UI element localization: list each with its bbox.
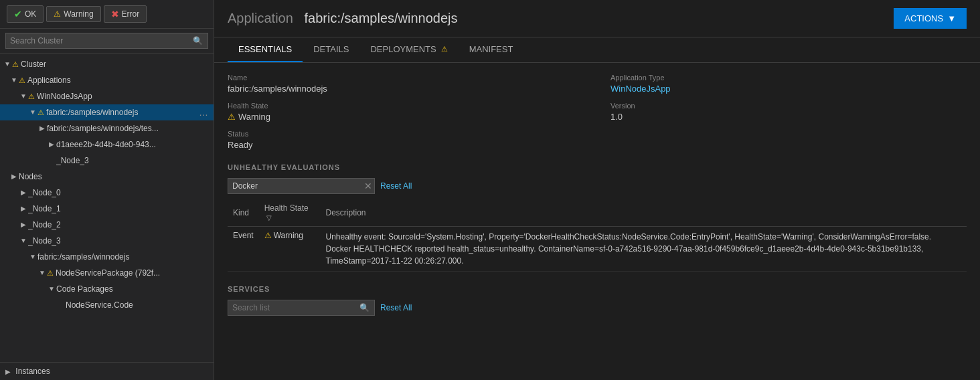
tab-manifest-label: MANIFEST (469, 44, 513, 54)
tab-deployments[interactable]: DEPLOYMENTS ⚠ (359, 37, 458, 62)
error-button[interactable]: ✖ Error (104, 5, 147, 23)
ok-label: OK (25, 9, 36, 19)
search-list-wrap: 🔍 (228, 300, 375, 316)
row-desc-2: Docker HEALTHCHECK reported health_statu… (326, 243, 962, 267)
deployments-warn-icon: ⚠ (441, 45, 448, 54)
error-icon: ✖ (111, 9, 119, 19)
row-desc: Unhealthy event: SourceId='System.Hostin… (321, 227, 967, 272)
node3-app-expander: ▼ (28, 250, 37, 264)
node0-expander: ▶ (19, 186, 28, 199)
node1-label: _Node_1 (28, 202, 61, 215)
health-filter-icon[interactable]: ▽ (266, 214, 272, 221)
content-area: Name fabric:/samples/winnodejs Applicati… (214, 63, 980, 380)
warning-label: Warning (64, 9, 93, 19)
title-value: fabric:/samples/winnodejs (305, 11, 458, 25)
name-value: fabric:/samples/winnodejs (228, 84, 584, 94)
health-value: ⚠ Warning (228, 112, 584, 122)
unhealthy-reset-all[interactable]: Reset All (380, 181, 412, 191)
fabric-winnodejs-warn-icon: ⚠ (37, 106, 44, 119)
version-value: 1.0 (610, 112, 967, 122)
tree-code-packages[interactable]: ▼ Code Packages (0, 281, 214, 297)
tab-essentials[interactable]: ESSENTIALS (228, 37, 303, 62)
app-type-field: Application Type WinNodeJsApp (610, 74, 967, 94)
fabric-winnodejs-label: fabric:/samples/winnodejs (46, 106, 138, 119)
warning-button[interactable]: ⚠ Warning (46, 6, 100, 22)
status-label: Status (228, 130, 584, 138)
tree-cluster[interactable]: ▼ ⚠ Cluster (0, 56, 214, 72)
status-bar: ✔ OK ⚠ Warning ✖ Error (0, 0, 214, 29)
tree: ▼ ⚠ Cluster ▼ ⚠ Applications ▼ ⚠ WinNode… (0, 54, 214, 362)
name-field: Name fabric:/samples/winnodejs (228, 74, 584, 94)
tree-partition[interactable]: ▶ d1aeee2b-4d4b-4de0-943... (0, 136, 214, 153)
ok-button[interactable]: ✔ OK (7, 5, 44, 23)
filter-clear-icon[interactable]: ✕ (364, 181, 372, 191)
tree-nodes[interactable]: ▶ Nodes (0, 169, 214, 185)
filter-input[interactable] (228, 178, 375, 194)
nodeservice-code-expander (56, 298, 66, 312)
cluster-expander: ▼ (3, 58, 12, 71)
nodes-expander: ▶ (9, 170, 19, 183)
status-field: Status Ready (228, 130, 584, 150)
service-label: fabric:/samples/winnodejs/tes... (47, 122, 159, 135)
unhealthy-section: UNHEALTHY EVALUATIONS ✕ Reset All Kind H… (228, 163, 967, 272)
nodeservice-code-label: NodeService.Code (66, 298, 133, 312)
essentials-grid: Name fabric:/samples/winnodejs Applicati… (228, 74, 967, 150)
tab-details[interactable]: DETAILS (303, 37, 359, 62)
status-value: Ready (228, 140, 584, 150)
health-label: Health State (228, 102, 584, 110)
node2-expander: ▶ (19, 218, 28, 231)
instances-expander: ▶ (5, 368, 11, 375)
tab-deployments-label: DEPLOYMENTS (370, 44, 436, 54)
tree-node3[interactable]: ▼ _Node_3 (0, 233, 214, 249)
search-cluster-input[interactable] (5, 33, 208, 49)
actions-chevron: ▼ (947, 13, 956, 23)
row-desc-1: Unhealthy event: SourceId='System.Hostin… (326, 231, 962, 243)
winnodejsapp-label: WinNodeJsApp (37, 90, 92, 103)
node3-app-label: fabric:/samples/winnodejs (37, 250, 129, 264)
node3-replica-label: _Node_3 (56, 154, 89, 167)
winnodejsapp-warn-icon: ⚠ (28, 90, 35, 103)
service-pkg-expander: ▼ (37, 266, 47, 280)
version-field: Version 1.0 (610, 102, 967, 122)
actions-label: ACTIONS (904, 13, 943, 23)
tab-details-label: DETAILS (313, 44, 349, 54)
tab-manifest[interactable]: MANIFEST (459, 37, 524, 62)
sidebar: ✔ OK ⚠ Warning ✖ Error 🔍 ▼ ⚠ Cluster ▼ ⚠… (0, 0, 214, 380)
tree-node1[interactable]: ▶ _Node_1 (0, 201, 214, 217)
tree-node3-replica[interactable]: _Node_3 (0, 153, 214, 169)
app-type-value[interactable]: WinNodeJsApp (610, 84, 967, 94)
code-packages-expander: ▼ (47, 282, 56, 296)
node3-label: _Node_3 (28, 234, 61, 248)
search-list-input[interactable] (228, 300, 375, 316)
sidebar-instances[interactable]: ▶ Instances (0, 362, 214, 380)
service-pkg-warn-icon: ⚠ (47, 266, 54, 280)
title-prefix: Application (228, 11, 293, 25)
health-warn-icon: ⚠ (228, 112, 236, 122)
tree-node3-app[interactable]: ▼ fabric:/samples/winnodejs (0, 249, 214, 265)
cluster-warn-icon: ⚠ (12, 58, 19, 71)
services-filter-bar: 🔍 Reset All (228, 300, 967, 316)
col-kind: Kind (228, 199, 259, 227)
services-title: SERVICES (228, 285, 967, 293)
tree-service-pkg[interactable]: ▼ ⚠ NodeServicePackage (792f... (0, 265, 214, 281)
more-button[interactable]: … (196, 106, 211, 119)
node1-expander: ▶ (19, 202, 28, 215)
fabric-winnodejs-expander: ▼ (28, 106, 37, 119)
tree-nodeservice-code[interactable]: NodeService.Code (0, 297, 214, 313)
tree-service[interactable]: ▶ fabric:/samples/winnodejs/tes... (0, 120, 214, 136)
tree-node0[interactable]: ▶ _Node_0 (0, 185, 214, 201)
service-expander: ▶ (37, 122, 47, 135)
actions-button[interactable]: ACTIONS ▼ (894, 8, 967, 29)
ok-icon: ✔ (14, 9, 22, 19)
warning-icon: ⚠ (54, 9, 61, 19)
service-pkg-label: NodeServicePackage (792f... (56, 266, 160, 280)
tree-node2[interactable]: ▶ _Node_2 (0, 217, 214, 233)
services-reset-all[interactable]: Reset All (380, 303, 412, 312)
tabs: ESSENTIALS DETAILS DEPLOYMENTS ⚠ MANIFES… (214, 37, 980, 63)
instances-label: Instances (15, 367, 50, 376)
tree-applications[interactable]: ▼ ⚠ Applications (0, 72, 214, 88)
tree-fabric-winnodejs[interactable]: ▼ ⚠ fabric:/samples/winnodejs … (0, 104, 214, 120)
node0-label: _Node_0 (28, 186, 61, 199)
tree-winnodejsapp[interactable]: ▼ ⚠ WinNodeJsApp (0, 88, 214, 104)
nodes-label: Nodes (19, 170, 42, 183)
